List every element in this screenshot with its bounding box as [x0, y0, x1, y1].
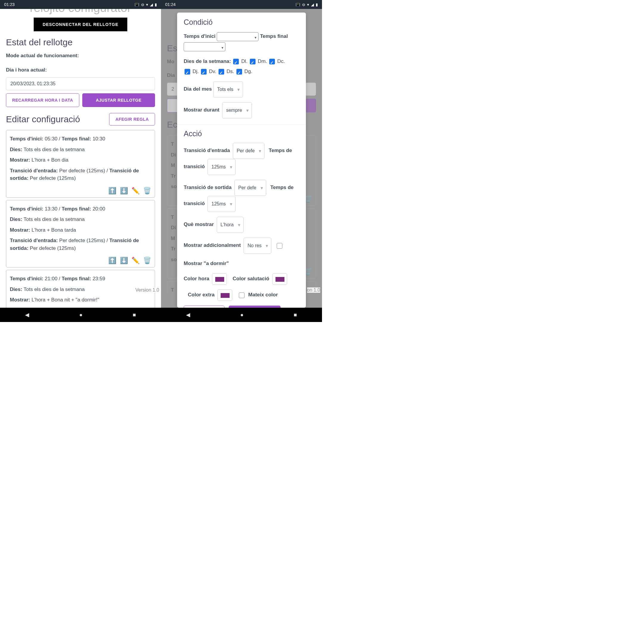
move-down-icon[interactable]: ⬇️ — [120, 187, 128, 194]
app-title: relojito configurator — [0, 9, 161, 15]
dnd-icon: ⊖ — [302, 2, 305, 7]
start-time-label: Temps d'inici — [184, 33, 216, 39]
dow-day-label: Dj. — [191, 69, 200, 74]
dow-day-label: Dc. — [276, 58, 285, 64]
datetime-label: Dia i hora actual: — [0, 61, 161, 75]
adjust-button[interactable]: AJUSTAR RELLOTGE — [82, 93, 155, 107]
dom-select[interactable]: Tots els — [213, 81, 243, 97]
show-during-select[interactable]: sempre — [222, 102, 252, 118]
content-left: relojito configurator DESCONNECTAR DEL R… — [0, 9, 161, 308]
dow-checkbox[interactable] — [185, 69, 190, 75]
content-right: relojito configurator Es Mo Dia 2 Ec. TD… — [161, 9, 322, 308]
dow-day-label: Dg. — [243, 69, 252, 74]
vibration-icon: 📳 — [134, 2, 139, 7]
wifi-icon: ▾ — [146, 2, 148, 7]
vibration-icon: 📳 — [295, 2, 300, 7]
dow-day-label: Ds. — [225, 69, 236, 74]
rule-card: Temps d'inici: 21:00 / Temps final: 23:5… — [6, 270, 155, 308]
ttime-in-select[interactable]: 125ms — [208, 159, 236, 175]
dow-checkbox[interactable] — [269, 59, 275, 64]
tout-label: Transició de sortida — [184, 185, 232, 190]
dow-label: Dies de la setmana: — [184, 58, 231, 64]
status-time: 01:24 — [165, 2, 176, 7]
status-time: 01:23 — [4, 2, 15, 7]
what-show-label: Què mostrar — [184, 222, 214, 227]
disconnect-button[interactable]: DESCONNECTAR DEL RELLOTGE — [34, 18, 127, 31]
what-show-select[interactable]: L'hora — [217, 217, 244, 233]
nav-recent-icon[interactable]: ■ — [133, 312, 136, 318]
same-color-label: Mateix color — [248, 292, 278, 298]
nav-bar: ◀ ● ■ — [0, 308, 161, 322]
tout-select[interactable]: Per defe — [234, 180, 266, 196]
color-greet-swatch[interactable] — [272, 273, 287, 285]
color-extra-swatch[interactable] — [217, 290, 232, 301]
version-label: on 1.0 — [307, 287, 320, 293]
move-up-icon[interactable]: ⬆️ — [108, 187, 116, 194]
dow-day-label: Dl. — [240, 58, 249, 64]
color-hour-label: Color hora — [184, 276, 209, 281]
nav-recent-icon[interactable]: ■ — [294, 312, 297, 318]
state-heading: Estat del rellotge — [0, 35, 161, 50]
edit-heading: Editar configuració — [6, 114, 80, 124]
color-hour-swatch[interactable] — [212, 273, 227, 285]
action-heading: Acció — [184, 129, 299, 138]
color-greet-label: Color salutació — [233, 276, 269, 281]
nav-bar: ◀ ● ■ — [161, 308, 322, 322]
datetime-field[interactable]: 20/03/2023, 01:23:35 — [6, 77, 155, 90]
edit-icon[interactable]: ✏️ — [131, 257, 140, 264]
reload-button[interactable]: RECARREGAR HORA I DATA — [6, 93, 79, 107]
signal-icon: ◢ — [311, 2, 314, 7]
status-icons: 📳 ⊖ ▾ ◢ ▮ — [295, 2, 318, 7]
wifi-icon: ▾ — [307, 2, 309, 7]
dow-day-label: Dm. — [256, 58, 269, 64]
dow-row: Dies de la setmana: Dl. Dm. Dc. Dj. Dv. … — [184, 56, 299, 77]
dom-label: Dia del mes — [184, 86, 212, 92]
nav-home-icon[interactable]: ● — [240, 312, 244, 318]
dow-checkbox[interactable] — [233, 59, 239, 64]
rule-editor-modal: Condició Temps d'inici Temps final Dies … — [177, 13, 306, 308]
version-label: Version 1.0 — [135, 287, 159, 293]
status-bar: 01:24 📳 ⊖ ▾ ◢ ▮ — [161, 0, 322, 9]
move-down-icon[interactable]: ⬇️ — [120, 257, 128, 264]
extra-show-label: Mostrar addicionalment — [184, 242, 241, 248]
dow-checkbox[interactable] — [201, 69, 207, 75]
mode-label: Mode actual de funcionament: — [0, 50, 161, 61]
rule-card: Temps d'inici: 13:30 / Temps final: 20:0… — [6, 200, 155, 268]
delete-icon[interactable]: 🗑️ — [143, 187, 151, 194]
nav-back-icon[interactable]: ◀ — [25, 312, 29, 318]
edit-icon[interactable]: ✏️ — [131, 187, 140, 194]
start-time-select[interactable] — [217, 32, 258, 41]
battery-icon: ▮ — [155, 2, 157, 7]
sleep-label: Mostrar "a dormir" — [184, 261, 229, 266]
ttime-out-select[interactable]: 125ms — [208, 196, 236, 212]
try-changes-button[interactable]: PROVAR CANVIS — [229, 306, 281, 308]
extra-show-select[interactable]: No res — [244, 238, 271, 254]
add-rule-button[interactable]: AFEGIR REGLA — [109, 113, 155, 126]
phone-right: 01:24 📳 ⊖ ▾ ◢ ▮ relojito configurator Es… — [161, 0, 322, 322]
status-bar: 01:23 📳 ⊖ ▾ ◢ ▮ — [0, 0, 161, 9]
tin-select[interactable]: Per defe — [233, 143, 264, 159]
status-icons: 📳 ⊖ ▾ ◢ ▮ — [134, 2, 157, 7]
color-extra-label: Color extra — [188, 292, 215, 298]
end-time-label: Temps final — [260, 33, 288, 39]
dow-day-label: Dv. — [208, 69, 218, 74]
show-during-label: Mostrar durant — [184, 107, 219, 113]
nav-back-icon[interactable]: ◀ — [186, 312, 190, 318]
battery-icon: ▮ — [316, 2, 318, 7]
delete-icon[interactable]: 🗑️ — [143, 257, 151, 264]
end-time-select[interactable] — [184, 42, 225, 51]
dow-checkbox[interactable] — [236, 69, 242, 75]
cancel-button[interactable]: CANCELAR — [184, 306, 225, 308]
phone-left: 01:23 📳 ⊖ ▾ ◢ ▮ relojito configurator DE… — [0, 0, 161, 322]
move-up-icon[interactable]: ⬆️ — [108, 257, 116, 264]
dnd-icon: ⊖ — [141, 2, 144, 7]
signal-icon: ◢ — [150, 2, 153, 7]
condition-heading: Condició — [184, 18, 299, 27]
dow-checkbox[interactable] — [250, 59, 256, 64]
dow-checkbox[interactable] — [219, 69, 224, 75]
same-color-checkbox[interactable] — [239, 292, 244, 298]
tin-label: Transició d'entrada — [184, 148, 230, 153]
rule-card: Temps d'inici: 05:30 / Temps final: 10:3… — [6, 130, 155, 198]
nav-home-icon[interactable]: ● — [79, 312, 83, 318]
extra-show-checkbox[interactable] — [277, 243, 282, 249]
